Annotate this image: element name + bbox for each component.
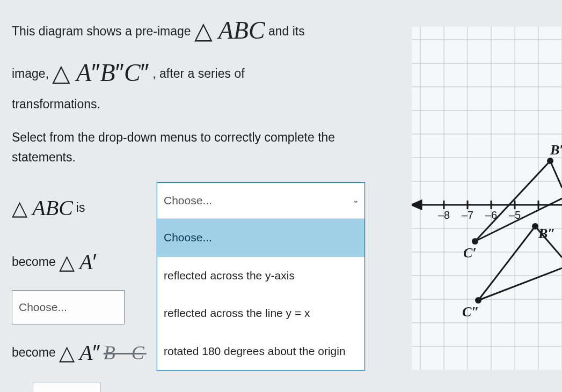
svg-point-36: [472, 238, 478, 245]
statement-line-5: are Choose... ⌄ , the pre-image and imag…: [12, 382, 403, 392]
intro-text: transformations.: [12, 97, 100, 111]
svg-point-38: [475, 297, 481, 304]
dropdown-option-reflect-yx[interactable]: reflected across the line y = x: [157, 294, 364, 332]
tick-minus-7: –7: [462, 209, 473, 221]
instruction-text: Select from the drop-down menus to corre…: [12, 130, 335, 144]
transformation-2-dropdown[interactable]: Choose...: [12, 290, 125, 324]
coordinate-graph: –8 –7 –6 –5: [412, 27, 562, 370]
graph-panel: –8 –7 –6 –5: [408, 0, 562, 392]
triangle-abc: △ ABC: [12, 182, 73, 234]
label-b-double-prime: B″: [538, 226, 556, 241]
instruction-paragraph: Select from the drop-down menus to corre…: [12, 128, 403, 167]
dropdown-option-reflect-y[interactable]: reflected across the y-axis: [157, 257, 364, 294]
intro-text: image,: [12, 66, 52, 80]
label-c-prime: C′: [463, 245, 477, 261]
chevron-down-icon: ⌄: [89, 389, 96, 392]
text-preimage: , the pre-image and image are: [104, 383, 269, 392]
tick-minus-8: –8: [438, 209, 450, 221]
chevron-down-icon: ⌄: [353, 191, 359, 210]
dropdown-placeholder: Choose...: [19, 301, 67, 313]
text-is: is: [76, 193, 85, 223]
label-c-double-prime: C″: [462, 304, 479, 320]
dropdown-header[interactable]: Choose... ⌄: [157, 183, 364, 219]
svg-point-35: [547, 158, 553, 164]
svg-rect-0: [412, 27, 562, 370]
rigid-dropdown[interactable]: Choose... ⌄: [33, 382, 100, 392]
triangle-a-double-prime: △ A″: [59, 327, 100, 379]
dropdown-option-rotate-180[interactable]: rotated 180 degrees about the origin: [157, 332, 364, 370]
dropdown-option-placeholder[interactable]: Choose...: [157, 219, 364, 256]
intro-text: , after a series of: [152, 66, 244, 80]
triangle-a-prime: △ A′: [59, 236, 97, 288]
intro-text: This diagram shows a pre-image: [12, 24, 194, 38]
intro-text: and its: [268, 24, 305, 38]
dropdown-placeholder: Choose...: [164, 194, 212, 206]
transformation-1-dropdown-open[interactable]: Choose... ⌄ Choose... reflected across t…: [157, 182, 365, 371]
text-become: become: [12, 247, 56, 277]
triangle-a2b2c2-symbol: △ A″B″C″: [52, 59, 149, 86]
instruction-text: statements.: [12, 150, 76, 164]
fill-in-blank-area: Choose... ⌄ Choose... reflected across t…: [12, 182, 403, 392]
text-become: become: [12, 338, 56, 367]
svg-point-37: [532, 223, 538, 230]
question-text-panel: This diagram shows a pre-image △ ABC and…: [0, 0, 408, 392]
bc-fragment: B C: [104, 330, 147, 376]
triangle-abc-symbol: △ ABC: [194, 17, 265, 44]
intro-paragraph: This diagram shows a pre-image △ ABC and…: [12, 10, 403, 115]
text-are: are: [12, 383, 30, 392]
label-b-prime: B′: [550, 142, 562, 158]
